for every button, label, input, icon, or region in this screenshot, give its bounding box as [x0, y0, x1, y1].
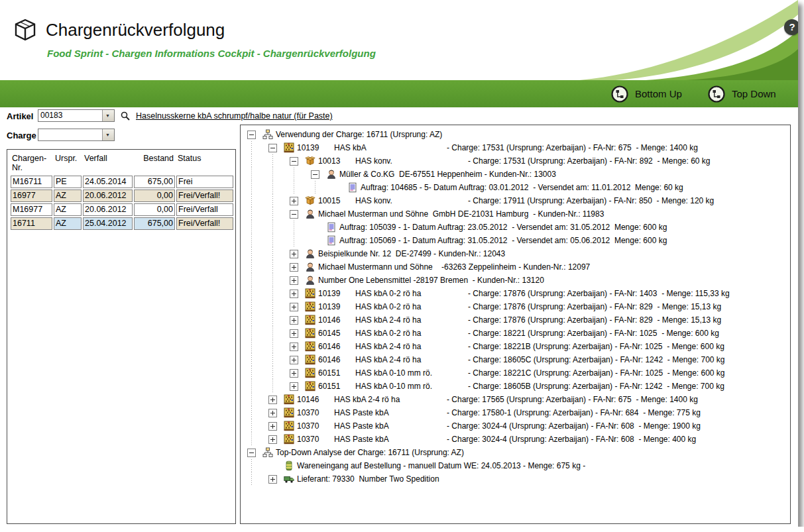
- batch-table-header: Chargen-Nr.Urspr.VerfallBestandStatus: [7, 150, 235, 176]
- search-icon[interactable]: [120, 111, 131, 121]
- batch-cell: 20.06.2012: [83, 189, 133, 202]
- tree-guide-line: [247, 154, 268, 168]
- tree-item[interactable]: 10139HAS kbA 0-2 rö ha- Charge: 17876 (U…: [241, 300, 790, 313]
- expand-toggle-icon[interactable]: [290, 356, 298, 364]
- tree-item[interactable]: 10146HAS kbA 2-4 rö ha- Charge: 17876 (U…: [241, 313, 790, 327]
- tree-item[interactable]: 60146HAS kbA 2-4 rö ha- Charge: 18605C (…: [241, 353, 790, 366]
- charge-dropdown-arrow-icon[interactable]: [102, 129, 114, 140]
- collapse-toggle-icon[interactable]: [247, 131, 256, 139]
- tree-item-code: 10015: [318, 196, 355, 205]
- batch-cell: 24.05.2014: [83, 176, 133, 188]
- tree-item-text: Müller & Co.KG DE-67551 Heppenheim - Kun…: [339, 170, 556, 179]
- expand-toggle-icon[interactable]: [268, 475, 277, 484]
- help-button[interactable]: ?: [784, 19, 798, 35]
- tree-guide-line: [247, 313, 268, 327]
- tree-guide-line: [247, 221, 268, 234]
- hierarchy-icon: [262, 129, 273, 140]
- tree-item-text: Michael Mustermann und Söhne -63263 Zepp…: [318, 262, 590, 272]
- tree-item[interactable]: 60145HAS kbA 0-2 rö ha- Charge: 18221 (U…: [241, 327, 790, 340]
- expand-toggle-icon[interactable]: [290, 329, 298, 338]
- pallet-icon: [284, 434, 294, 445]
- tree-item[interactable]: Wareneingang auf Bestellung - manuell Da…: [241, 459, 790, 472]
- expand-toggle-icon[interactable]: [290, 382, 298, 391]
- expand-toggle-icon[interactable]: [290, 290, 298, 298]
- expand-toggle-icon[interactable]: [290, 276, 298, 285]
- tree-item[interactable]: Michael Musterman und Söhne GmbH DE-2103…: [241, 207, 790, 221]
- tree-item[interactable]: Auftrag: 105039 - 1- Datum Auftrag: 23.0…: [241, 221, 790, 234]
- tree-item-description: HAS kbA 0-10 mm rö.: [355, 382, 468, 391]
- tree-item[interactable]: Lieferant: 79330 Number Two Spedition: [241, 472, 790, 486]
- tree-item[interactable]: Michael Mustermann und Söhne -63263 Zepp…: [241, 260, 790, 274]
- top-down-button[interactable]: Top Down: [707, 84, 776, 103]
- tree-item[interactable]: 10370HAS Paste kbA- Charge: 3024-4 (Ursp…: [241, 433, 790, 446]
- tree-item[interactable]: Number One Lebensmittel -28197 Bremen - …: [241, 274, 790, 287]
- batch-cell: Frei: [176, 176, 233, 188]
- expand-toggle-icon[interactable]: [290, 250, 298, 258]
- tree-item-text: Auftrag: 105069 - 1- Datum Auftrag: 31.0…: [339, 236, 667, 245]
- bottom-up-button[interactable]: Bottom Up: [610, 84, 682, 103]
- tree-item[interactable]: Auftrag: 104685 - 5- Datum Auftrag: 03.0…: [241, 181, 790, 194]
- expand-toggle-icon[interactable]: [290, 263, 298, 272]
- artikel-link[interactable]: Haselnusskerne kbA schrumpf/halbe natur …: [136, 111, 333, 121]
- tree-item[interactable]: 10370HAS Paste kbA- Charge: 17580-1 (Urs…: [241, 406, 790, 419]
- tree-guide-line: [268, 181, 290, 194]
- expand-toggle-icon[interactable]: [290, 316, 298, 325]
- tree-item[interactable]: Müller & Co.KG DE-67551 Heppenheim - Kun…: [241, 168, 790, 181]
- tree-item-code: 10146: [318, 315, 355, 325]
- batch-table-row[interactable]: 16711AZ25.04.2012675,00Frei/Verfall!: [11, 217, 235, 230]
- charge-value[interactable]: [38, 129, 102, 140]
- tree-item[interactable]: 10370HAS Paste kbA- Charge: 3024-4 (Ursp…: [241, 419, 790, 433]
- truck-icon: [284, 474, 294, 484]
- pallet-icon: [305, 328, 316, 339]
- tree-item-code: 10139: [318, 302, 355, 311]
- tree-item[interactable]: Verwendung der Charge: 16711 (Ursprung: …: [241, 128, 790, 141]
- tree-item-code: 10139: [297, 143, 334, 152]
- order-icon: [326, 222, 337, 233]
- tree-item[interactable]: 60146HAS kbA 2-4 rö ha- Charge: 18221B (…: [241, 340, 790, 353]
- top-down-label: Top Down: [732, 88, 776, 99]
- artikel-combobox[interactable]: 00183: [38, 109, 115, 122]
- artikel-value[interactable]: 00183: [38, 110, 102, 121]
- batch-table-row[interactable]: 16977AZ20.06.20120,00Frei/Verfall!: [11, 189, 235, 202]
- expand-toggle-icon[interactable]: [290, 343, 298, 351]
- tree-item[interactable]: 10146HAS kbA 2-4 rö ha- Charge: 17565 (U…: [241, 393, 790, 406]
- collapse-toggle-icon[interactable]: [290, 210, 298, 219]
- collapse-toggle-icon[interactable]: [311, 170, 319, 179]
- tree-item[interactable]: 60151HAS kbA 0-10 mm rö.- Charge: 18221C…: [241, 366, 790, 380]
- tree-item[interactable]: Top-Down Analyse der Charge: 16711 (Ursp…: [241, 446, 790, 459]
- collapse-toggle-icon[interactable]: [268, 144, 277, 152]
- tree-item[interactable]: 10013HAS konv.- Charge: 17531 (Ursprung:…: [241, 154, 790, 168]
- tree-guide-line: [268, 154, 290, 168]
- collapse-toggle-icon[interactable]: [247, 449, 256, 457]
- charge-combobox[interactable]: [38, 129, 115, 141]
- artikel-dropdown-arrow-icon[interactable]: [102, 110, 114, 121]
- tree-item[interactable]: Auftrag: 105069 - 1- Datum Auftrag: 31.0…: [241, 234, 790, 247]
- batch-table-row[interactable]: M16711PE24.05.2014675,00Frei: [11, 176, 235, 188]
- pallet-icon: [284, 407, 294, 418]
- tree-guide-line: [247, 247, 268, 260]
- tree-item[interactable]: 10139HAS kbA 0-2 rö ha- Charge: 17876 (U…: [241, 287, 790, 300]
- tree-guide-line: [247, 353, 268, 366]
- usage-tree: Verwendung der Charge: 16711 (Ursprung: …: [241, 128, 790, 486]
- tree-item-text: - Charge: 3024-4 (Ursprung: Azerbaijan) …: [447, 421, 701, 431]
- expand-toggle-icon[interactable]: [268, 422, 277, 431]
- pallet-icon: [305, 288, 316, 299]
- batch-cell: 0,00: [134, 203, 175, 216]
- tree-item-text: Beispielkunde Nr. 12 DE-27499 - Kunden-N…: [318, 249, 505, 258]
- expand-toggle-icon[interactable]: [268, 435, 277, 444]
- expand-toggle-icon[interactable]: [290, 369, 298, 378]
- expand-toggle-icon[interactable]: [268, 409, 277, 417]
- expand-toggle-icon[interactable]: [290, 197, 298, 205]
- tree-item[interactable]: 10015HAS konv.- Charge: 17911 (Ursprung:…: [241, 194, 790, 207]
- expand-toggle-icon[interactable]: [268, 396, 277, 404]
- tree-guide-line: [247, 141, 268, 154]
- tree-item[interactable]: Beispielkunde Nr. 12 DE-27499 - Kunden-N…: [241, 247, 790, 260]
- batch-cell: Frei/Verfall: [176, 203, 233, 216]
- collapse-toggle-icon[interactable]: [290, 157, 298, 166]
- tree-item-description: HAS kbA 2-4 rö ha: [355, 355, 468, 364]
- tree-item[interactable]: 60151HAS kbA 0-10 mm rö.- Charge: 18605B…: [241, 380, 790, 393]
- expand-toggle-icon[interactable]: [290, 303, 298, 311]
- batch-cell: 16977: [11, 189, 52, 202]
- tree-item[interactable]: 10139HAS kbA- Charge: 17531 (Ursprung: A…: [241, 141, 790, 154]
- batch-table-row[interactable]: M16977AZ20.06.20120,00Frei/Verfall: [11, 203, 235, 216]
